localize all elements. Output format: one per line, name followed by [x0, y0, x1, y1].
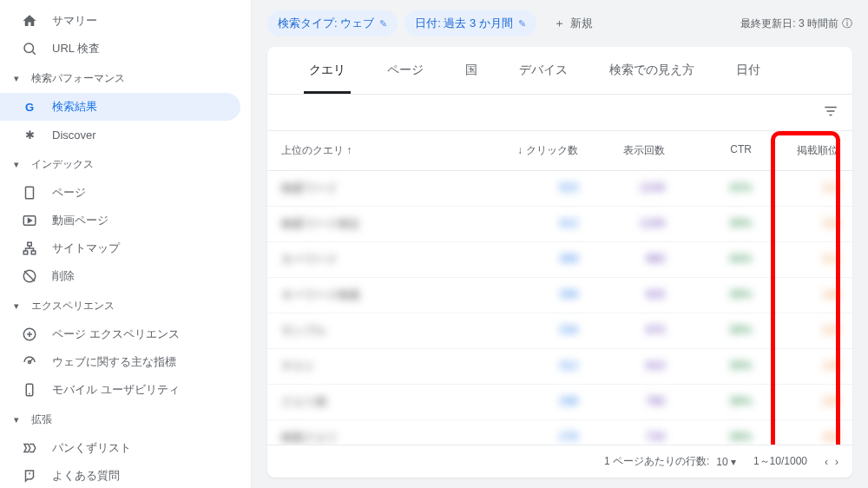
cell-clicks: 356 [491, 287, 578, 303]
cell-ctr: 39% [665, 359, 752, 374]
tab-query[interactable]: クエリ [288, 47, 366, 94]
cell-query: 検索ワード [281, 181, 491, 196]
search-icon [21, 40, 38, 57]
cell-query: サンプル [281, 323, 491, 339]
sidebar-item-search-results[interactable]: G 検索結果 [0, 93, 240, 121]
sidebar-label: URL 検査 [52, 41, 100, 56]
sidebar-label: ページ エクスペリエンス [52, 326, 180, 342]
sidebar-item-sitemap[interactable]: サイトマップ [0, 234, 240, 262]
column-position[interactable]: 掲載順位 [752, 143, 838, 158]
chip-date[interactable]: 日付: 過去 3 か月間 ✎ [404, 10, 536, 36]
cell-ctr: 38% [665, 216, 752, 232]
cell-ctr: 38% [665, 430, 752, 445]
tab-page[interactable]: ページ [366, 47, 444, 94]
sidebar-label: ウェブに関する主な指標 [52, 354, 176, 370]
cell-clicks: 298 [491, 394, 578, 410]
svg-rect-4 [23, 251, 28, 254]
breadcrumb-icon [21, 439, 38, 457]
table-row[interactable]: キーワード検索35692039%1.8 [267, 278, 852, 313]
sitemap-icon [21, 240, 38, 257]
cell-query: クエリ例 [281, 394, 491, 410]
table-row[interactable]: 検索ワード例文412110038%1.5 [267, 207, 852, 242]
chevron-down-icon: ▾ [14, 159, 28, 170]
chip-search-type[interactable]: 検索タイプ: ウェブ ✎ [267, 10, 398, 36]
column-clicks[interactable]: ↓クリック数 [491, 143, 578, 158]
cell-impressions: 980 [578, 252, 665, 267]
sidebar-label: サマリー [52, 13, 97, 29]
sidebar-label: サイトマップ [52, 241, 120, 256]
cell-query: キーワード [281, 252, 491, 267]
plus-circle-icon [21, 326, 38, 343]
cell-ctr: 40% [665, 252, 752, 267]
sidebar: サマリー URL 検査 ▾ 検索パフォーマンス G 検索結果 ✱ Discove… [0, 0, 252, 488]
filter-bar: 検索タイプ: ウェブ ✎ 日付: 過去 3 か月間 ✎ ＋ 新規 最終更新日: … [267, 10, 852, 36]
chevron-down-icon: ▾ [14, 414, 28, 425]
sidebar-item-video-page[interactable]: 動画ページ [0, 207, 240, 234]
remove-icon [21, 267, 38, 285]
sidebar-section-enhance[interactable]: ▾ 拡張 [0, 404, 251, 434]
sidebar-item-url-inspect[interactable]: URL 検査 [0, 35, 240, 63]
sidebar-section-index[interactable]: ▾ インデックス [0, 148, 251, 179]
plus-icon: ＋ [554, 16, 565, 31]
cell-position: 2.3 [752, 323, 838, 339]
prev-page-button[interactable]: ‹ [825, 456, 828, 468]
rows-per-page-select[interactable]: 10 ▾ [716, 456, 736, 468]
chip-new[interactable]: ＋ 新規 [543, 10, 603, 36]
tab-country[interactable]: 国 [444, 47, 498, 94]
chevron-down-icon: ▾ [14, 300, 28, 312]
svg-rect-5 [31, 251, 36, 254]
cell-query: テスト [281, 359, 491, 374]
table-row[interactable]: キーワード38998040%2.1 [267, 242, 852, 278]
sidebar-item-summary[interactable]: サマリー [0, 7, 240, 35]
cell-impressions: 1100 [578, 216, 665, 232]
cell-ctr: 38% [665, 323, 752, 339]
cell-position: 1.9 [752, 359, 838, 374]
data-card: クエリ ページ 国 デバイス 検索での見え方 日付 上位のクエリ ↑ ↓クリック… [267, 47, 852, 478]
cell-ctr: 38% [665, 394, 752, 410]
svg-rect-1 [26, 187, 34, 199]
table-row[interactable]: 検索ワード523123442%1.2 [267, 171, 852, 207]
cell-impressions: 780 [578, 394, 665, 410]
info-icon[interactable]: ⓘ [842, 16, 852, 31]
column-query[interactable]: 上位のクエリ ↑ [281, 143, 491, 158]
sidebar-section-experience[interactable]: ▾ エクスペリエンス [0, 290, 251, 320]
sidebar-item-breadcrumb[interactable]: パンくずリスト [0, 434, 240, 462]
tab-date[interactable]: 日付 [715, 47, 781, 94]
cell-clicks: 312 [491, 359, 578, 374]
last-update: 最終更新日: 3 時間前 ⓘ [740, 16, 852, 31]
google-icon: G [21, 98, 38, 115]
table-row[interactable]: 検索クエリ27672038%2.0 [267, 420, 852, 445]
sidebar-label: よくある質問 [52, 468, 120, 484]
sidebar-item-delete[interactable]: 削除 [0, 262, 240, 290]
cell-clicks: 412 [491, 216, 578, 232]
sidebar-label: 動画ページ [52, 213, 108, 228]
sidebar-label: 削除 [52, 268, 75, 284]
cell-impressions: 870 [578, 323, 665, 339]
sidebar-label: モバイル ユーザビリティ [52, 382, 180, 398]
sidebar-item-page[interactable]: ページ [0, 179, 240, 207]
sidebar-item-core-web-vitals[interactable]: ウェブに関する主な指標 [0, 348, 240, 376]
sidebar-item-discover[interactable]: ✱ Discover [0, 121, 240, 148]
tab-device[interactable]: デバイス [498, 47, 589, 94]
cell-clicks: 334 [491, 323, 578, 339]
sort-up-icon: ↑ [346, 144, 352, 156]
table-row[interactable]: テスト31281039%1.9 [267, 349, 852, 385]
svg-point-0 [24, 43, 34, 53]
sidebar-item-page-experience[interactable]: ページ エクスペリエンス [0, 320, 240, 348]
page-icon [21, 184, 38, 201]
cell-clicks: 389 [491, 252, 578, 267]
sidebar-item-mobile-usability[interactable]: モバイル ユーザビリティ [0, 376, 240, 404]
sidebar-label: Discover [52, 129, 96, 142]
table-row[interactable]: サンプル33487038%2.3 [267, 313, 852, 349]
sidebar-section-performance[interactable]: ▾ 検索パフォーマンス [0, 63, 251, 93]
svg-rect-3 [28, 242, 32, 246]
sidebar-item-faq[interactable]: よくある質問 [0, 462, 240, 488]
table-row[interactable]: クエリ例29878038%2.5 [267, 385, 852, 420]
tab-appearance[interactable]: 検索での見え方 [589, 47, 715, 94]
filter-icon[interactable] [823, 103, 838, 122]
column-impressions[interactable]: 表示回数 [578, 143, 665, 158]
edit-icon: ✎ [379, 18, 387, 30]
column-ctr[interactable]: CTR [665, 143, 752, 158]
next-page-button[interactable]: › [835, 456, 838, 468]
table-header: 上位のクエリ ↑ ↓クリック数 表示回数 CTR 掲載順位 [267, 131, 852, 171]
